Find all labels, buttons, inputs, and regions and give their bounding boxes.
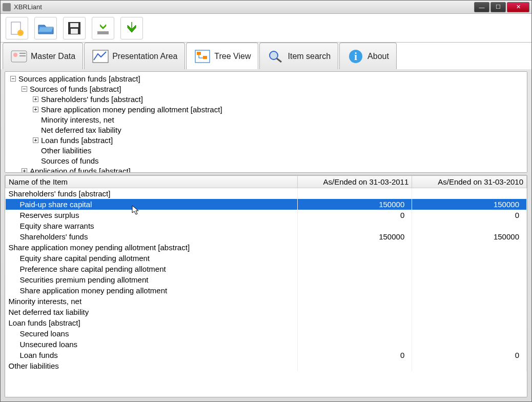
table-row[interactable]: Share application money pending allotmen…: [6, 285, 527, 296]
item-name-cell[interactable]: Share application money pending allotmen…: [6, 285, 298, 296]
collapse-icon[interactable]: −: [22, 86, 27, 92]
value-cell[interactable]: [297, 360, 412, 371]
table-row[interactable]: Shareholders' funds150000150000: [6, 231, 527, 242]
collapse-icon[interactable]: −: [10, 76, 16, 82]
table-row[interactable]: Net deferred tax liability: [6, 307, 527, 317]
value-cell[interactable]: [297, 274, 412, 285]
value-cell[interactable]: [297, 328, 412, 339]
tree-node[interactable]: Shareholders' funds [abstract]: [41, 95, 143, 104]
item-name-cell[interactable]: Paid-up share capital: [6, 199, 298, 210]
item-name-cell[interactable]: Other liabilities: [6, 360, 298, 371]
table-row[interactable]: Minority interests, net: [6, 296, 527, 307]
value-cell[interactable]: 0: [412, 210, 527, 220]
table-row[interactable]: Other liabilities: [6, 360, 527, 371]
table-row[interactable]: Unsecured loans: [6, 339, 527, 350]
value-cell[interactable]: [297, 317, 412, 328]
table-row[interactable]: Secured loans: [6, 328, 527, 339]
items-table[interactable]: Name of the Item As/Ended on 31-03-2011 …: [5, 175, 527, 371]
tab-presentation-area[interactable]: Presentation Area: [84, 43, 185, 69]
value-cell[interactable]: 150000: [412, 231, 527, 242]
column-header-name[interactable]: Name of the Item: [6, 176, 298, 188]
tab-item-search[interactable]: Item search: [259, 43, 338, 69]
value-cell[interactable]: [412, 307, 527, 317]
item-name-cell[interactable]: Loan funds [abstract]: [6, 317, 298, 328]
value-cell[interactable]: [297, 296, 412, 307]
value-cell[interactable]: 0: [412, 350, 527, 360]
table-row[interactable]: Equity share capital pending allotment: [6, 253, 527, 264]
value-cell[interactable]: [297, 339, 412, 350]
concept-tree[interactable]: − Sources application funds [abstract] −…: [7, 74, 525, 173]
item-name-cell[interactable]: Reserves surplus: [6, 210, 298, 220]
column-header-period1[interactable]: As/Ended on 31-03-2011: [297, 176, 412, 188]
close-button[interactable]: ✕: [507, 2, 529, 12]
value-cell[interactable]: [297, 188, 412, 199]
value-cell[interactable]: [297, 242, 412, 253]
item-name-cell[interactable]: Shareholders' funds [abstract]: [6, 188, 298, 199]
item-name-cell[interactable]: Securities premium pending allotment: [6, 274, 298, 285]
tree-node[interactable]: Application of funds [abstract]: [30, 167, 131, 173]
item-name-cell[interactable]: Shareholders' funds: [6, 231, 298, 242]
tree-view-pane[interactable]: − Sources application funds [abstract] −…: [5, 71, 527, 173]
table-row[interactable]: Reserves surplus00: [6, 210, 527, 220]
refresh-button[interactable]: [120, 17, 143, 39]
tree-node[interactable]: Net deferred tax liability: [41, 126, 121, 134]
tree-node[interactable]: Sources of funds: [41, 156, 99, 165]
expand-icon[interactable]: +: [22, 168, 27, 173]
value-cell[interactable]: [297, 220, 412, 231]
expand-icon[interactable]: +: [33, 107, 38, 112]
value-cell[interactable]: [412, 253, 527, 264]
table-row[interactable]: Loan funds00: [6, 350, 527, 360]
item-name-cell[interactable]: Equity share warrants: [6, 220, 298, 231]
value-cell[interactable]: [412, 296, 527, 307]
data-grid-pane[interactable]: Name of the Item As/Ended on 31-03-2011 …: [5, 175, 527, 397]
table-row[interactable]: Loan funds [abstract]: [6, 317, 527, 328]
value-cell[interactable]: [297, 253, 412, 264]
table-row[interactable]: Paid-up share capital150000150000: [6, 199, 527, 210]
value-cell[interactable]: 150000: [412, 199, 527, 210]
item-name-cell[interactable]: Secured loans: [6, 328, 298, 339]
value-cell[interactable]: 150000: [297, 231, 412, 242]
tab-tree-view[interactable]: Tree View: [186, 43, 258, 69]
item-name-cell[interactable]: Unsecured loans: [6, 339, 298, 350]
tree-node[interactable]: Sources application funds [abstract]: [18, 74, 140, 83]
item-name-cell[interactable]: Equity share capital pending allotment: [6, 253, 298, 264]
download-button[interactable]: [92, 17, 114, 39]
titlebar[interactable]: XBRLiant — ☐ ✕: [1, 1, 531, 14]
open-button[interactable]: [34, 17, 57, 39]
table-row[interactable]: Securities premium pending allotment: [6, 274, 527, 285]
value-cell[interactable]: [412, 317, 527, 328]
value-cell[interactable]: [412, 339, 527, 350]
expand-icon[interactable]: +: [33, 137, 38, 143]
new-button[interactable]: [6, 17, 28, 39]
item-name-cell[interactable]: Share application money pending allotmen…: [6, 242, 298, 253]
value-cell[interactable]: 150000: [297, 199, 412, 210]
tab-about[interactable]: i About: [339, 43, 397, 69]
value-cell[interactable]: 0: [297, 210, 412, 220]
value-cell[interactable]: [412, 242, 527, 253]
tree-node[interactable]: Other liabilities: [41, 146, 91, 155]
tree-node[interactable]: Minority interests, net: [41, 115, 114, 124]
tree-node[interactable]: Sources of funds [abstract]: [30, 85, 121, 93]
value-cell[interactable]: [297, 285, 412, 296]
value-cell[interactable]: [412, 328, 527, 339]
table-row[interactable]: Preference share capital pending allotme…: [6, 264, 527, 274]
item-name-cell[interactable]: Net deferred tax liability: [6, 307, 298, 317]
value-cell[interactable]: [412, 285, 527, 296]
value-cell[interactable]: [412, 188, 527, 199]
table-row[interactable]: Equity share warrants: [6, 220, 527, 231]
item-name-cell[interactable]: Preference share capital pending allotme…: [6, 264, 298, 274]
value-cell[interactable]: [412, 274, 527, 285]
value-cell[interactable]: [412, 220, 527, 231]
value-cell[interactable]: [297, 307, 412, 317]
expand-icon[interactable]: +: [33, 96, 38, 102]
column-header-period2[interactable]: As/Ended on 31-03-2010: [412, 176, 527, 188]
value-cell[interactable]: [297, 264, 412, 274]
value-cell[interactable]: [412, 360, 527, 371]
minimize-button[interactable]: —: [474, 2, 489, 12]
table-row[interactable]: Share application money pending allotmen…: [6, 242, 527, 253]
tree-node[interactable]: Loan funds [abstract]: [41, 136, 113, 145]
tab-master-data[interactable]: Master Data: [3, 43, 83, 69]
item-name-cell[interactable]: Loan funds: [6, 350, 298, 360]
item-name-cell[interactable]: Minority interests, net: [6, 296, 298, 307]
value-cell[interactable]: 0: [297, 350, 412, 360]
